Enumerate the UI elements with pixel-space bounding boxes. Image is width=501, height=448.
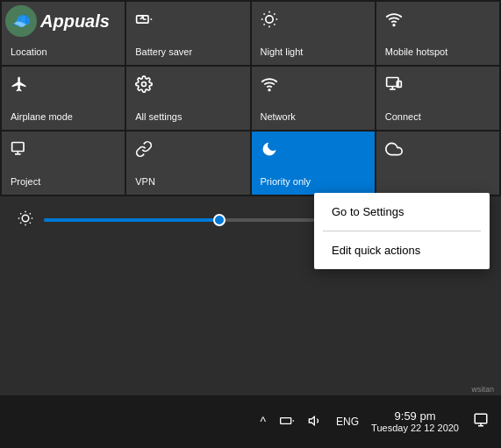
chevron-up-icon[interactable]: ^ [257, 413, 270, 430]
brightness-icon [18, 210, 33, 230]
battery-saver-icon [135, 11, 153, 32]
watermark-logo: 🧢 [5, 5, 37, 37]
tile-airplane-mode[interactable]: Airplane mode [2, 67, 125, 130]
priority-only-icon [261, 140, 278, 162]
connect-label: Connect [385, 111, 421, 123]
language-indicator[interactable]: ENG [333, 414, 362, 430]
tile-connect[interactable]: Connect [376, 67, 499, 130]
clock-date: Tuesday 22 12 2020 [371, 423, 459, 434]
tile-network[interactable]: Network [252, 67, 375, 130]
battery-saver-label: Battery saver [135, 46, 192, 58]
action-center-button[interactable] [468, 409, 494, 436]
watermark: 🧢 Appuals [5, 5, 110, 37]
cloudy-icon [385, 140, 403, 162]
svg-point-17 [268, 89, 270, 91]
svg-line-10 [274, 24, 275, 25]
svg-line-28 [20, 213, 21, 214]
network-icon [261, 75, 278, 97]
svg-rect-37 [475, 414, 487, 423]
location-label: Location [11, 46, 47, 58]
mobile-hotspot-icon [385, 11, 403, 32]
vpn-label: VPN [135, 176, 155, 188]
svg-line-33 [30, 213, 31, 214]
tile-night-light[interactable]: Night light [252, 2, 375, 65]
svg-point-16 [142, 82, 147, 87]
system-tray: ^ ENG [257, 412, 363, 432]
svg-line-14 [274, 14, 275, 15]
tile-vpn[interactable]: VPN [126, 132, 249, 195]
svg-line-29 [30, 223, 31, 224]
tile-battery-saver[interactable]: Battery saver [126, 2, 249, 65]
taskbar-clock[interactable]: 9:59 pm Tuesday 22 12 2020 [371, 409, 459, 435]
vpn-icon [135, 140, 153, 162]
project-icon [11, 140, 28, 162]
night-light-label: Night light [261, 46, 304, 58]
edit-quick-actions-item[interactable]: Edit quick actions [314, 231, 490, 269]
night-light-icon [261, 11, 278, 32]
taskbar: ^ ENG 9:59 pm Tuesday 22 12 2020 [0, 395, 501, 448]
airplane-mode-label: Airplane mode [11, 111, 73, 123]
tile-priority-only[interactable]: Priority only [252, 132, 375, 195]
svg-point-15 [393, 25, 395, 26]
svg-rect-22 [12, 143, 24, 152]
tile-project[interactable]: Project [2, 132, 125, 195]
svg-line-9 [263, 14, 264, 15]
watermark-text: Appuals [40, 11, 110, 32]
all-settings-icon [135, 75, 153, 97]
tile-cloudy[interactable] [376, 132, 499, 195]
clock-time: 9:59 pm [395, 409, 436, 423]
brightness-slider-fill [44, 218, 219, 222]
brightness-slider-thumb [213, 214, 225, 226]
airplane-mode-icon [11, 75, 28, 97]
battery-tray-icon[interactable] [276, 413, 297, 430]
go-to-settings-item[interactable]: Go to Settings [314, 193, 490, 231]
tile-all-settings[interactable]: All settings [126, 67, 249, 130]
svg-point-6 [265, 16, 272, 23]
tile-mobile-hotspot[interactable]: Mobile hotspot [376, 2, 499, 65]
context-menu: Go to Settings Edit quick actions [314, 193, 490, 269]
svg-rect-34 [281, 418, 291, 424]
svg-line-32 [20, 223, 21, 224]
network-label: Network [261, 111, 296, 123]
mobile-hotspot-label: Mobile hotspot [385, 46, 448, 58]
svg-point-25 [22, 215, 29, 222]
connect-icon [385, 75, 403, 97]
svg-line-13 [263, 24, 264, 25]
volume-tray-icon[interactable] [304, 412, 326, 432]
all-settings-label: All settings [135, 111, 182, 123]
wsitan-watermark: wsitan [471, 385, 494, 394]
svg-marker-36 [309, 416, 314, 424]
project-label: Project [11, 176, 40, 188]
svg-rect-21 [397, 82, 401, 88]
priority-only-label: Priority only [261, 176, 311, 188]
